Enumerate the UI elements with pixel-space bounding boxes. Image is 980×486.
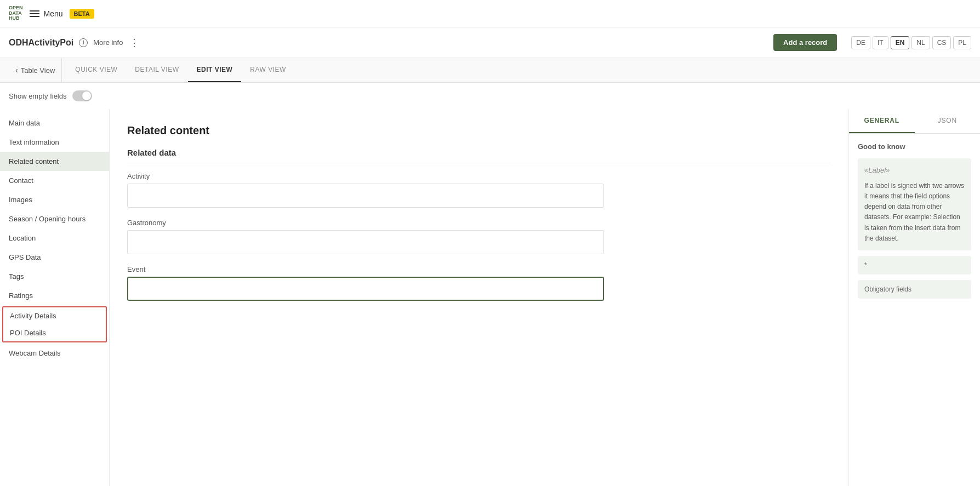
asterisk-box: * <box>858 256 971 275</box>
lang-cs[interactable]: CS <box>932 36 951 49</box>
sidebar-item-webcam-details[interactable]: Webcam Details <box>0 344 109 363</box>
label-tag: «Label» <box>864 165 965 176</box>
sidebar-item-season-opening[interactable]: Season / Opening hours <box>0 209 109 228</box>
lang-it[interactable]: IT <box>873 36 888 49</box>
right-panel: GENERAL JSON Good to know «Label» If a l… <box>848 109 980 486</box>
lang-pl[interactable]: PL <box>953 36 971 49</box>
field-group-activity: Activity <box>127 172 831 208</box>
lang-nl[interactable]: NL <box>911 36 930 49</box>
right-panel-tab-general[interactable]: GENERAL <box>849 109 915 133</box>
sidebar: Main data Text information Related conte… <box>0 109 110 486</box>
right-panel-content: Good to know «Label» If a label is signe… <box>849 134 980 307</box>
more-info-link[interactable]: More info <box>93 38 123 47</box>
page-title: ODHActivityPoi <box>9 38 73 48</box>
field-group-gastronomy: Gastronomy <box>127 219 831 254</box>
info-box-label: «Label» If a label is signed with two ar… <box>858 158 971 250</box>
info-text: If a label is signed with two arrows it … <box>864 182 964 242</box>
sidebar-item-related-content[interactable]: Related content <box>0 152 109 171</box>
field-label-event: Event <box>127 265 831 273</box>
menu-label: Menu <box>44 9 63 18</box>
lang-de[interactable]: DE <box>851 36 870 49</box>
field-input-gastronomy[interactable] <box>127 230 604 254</box>
info-icon[interactable]: i <box>79 38 88 47</box>
tab-raw-view[interactable]: RAW VIEW <box>241 58 295 82</box>
sub-header: ODHActivityPoi i More info ⋮ Add a recor… <box>0 27 980 58</box>
table-view-back[interactable]: ‹ Table View <box>9 58 62 82</box>
show-empty-toggle[interactable] <box>72 90 92 101</box>
tab-detail-view[interactable]: DETAIL VIEW <box>126 58 187 82</box>
section-title: Related content <box>127 124 831 137</box>
sub-section-title: Related data <box>127 148 831 163</box>
field-label-gastronomy: Gastronomy <box>127 219 831 227</box>
sidebar-item-text-information[interactable]: Text information <box>0 133 109 152</box>
language-buttons: DE IT EN NL CS PL <box>851 36 971 49</box>
table-view-label: Table View <box>21 66 55 75</box>
good-to-know-title: Good to know <box>858 142 971 151</box>
right-panel-tabs: GENERAL JSON <box>849 109 980 134</box>
sidebar-item-activity-details[interactable]: Activity Details <box>3 307 106 324</box>
field-label-activity: Activity <box>127 172 831 180</box>
header: OPEN DATA HUB Menu BETA <box>0 0 980 27</box>
asterisk-symbol: * <box>864 261 867 269</box>
toggle-knob <box>82 92 91 100</box>
logo-text-3: HUB <box>9 16 23 21</box>
sidebar-item-location[interactable]: Location <box>0 228 109 248</box>
field-input-event[interactable] <box>127 277 604 301</box>
lang-en[interactable]: EN <box>891 36 910 49</box>
field-group-event: Event <box>127 265 831 301</box>
right-panel-tab-json[interactable]: JSON <box>915 109 981 133</box>
back-arrow-icon: ‹ <box>15 66 18 75</box>
main-layout: Main data Text information Related conte… <box>0 109 980 486</box>
tab-edit-view[interactable]: EDIT VIEW <box>188 58 242 82</box>
hamburger-icon[interactable] <box>30 10 39 17</box>
sidebar-item-tags[interactable]: Tags <box>0 267 109 286</box>
more-options-icon[interactable]: ⋮ <box>129 37 139 49</box>
sidebar-item-ratings[interactable]: Ratings <box>0 286 109 305</box>
sidebar-item-main-data[interactable]: Main data <box>0 113 109 133</box>
content-area: Related content Related data Activity Ga… <box>110 109 848 486</box>
logo: OPEN DATA HUB <box>9 5 23 22</box>
sidebar-item-gps-data[interactable]: GPS Data <box>0 248 109 267</box>
obligatory-fields-box: Obligatory fields <box>858 280 971 299</box>
tabs-bar: ‹ Table View QUICK VIEW DETAIL VIEW EDIT… <box>0 58 980 83</box>
beta-badge: BETA <box>70 9 94 19</box>
tab-quick-view[interactable]: QUICK VIEW <box>66 58 126 82</box>
sidebar-item-poi-details[interactable]: POI Details <box>3 324 106 341</box>
sidebar-item-contact[interactable]: Contact <box>0 171 109 190</box>
field-input-activity[interactable] <box>127 184 604 208</box>
obligatory-fields-label: Obligatory fields <box>864 285 911 293</box>
add-record-button[interactable]: Add a record <box>773 34 837 51</box>
show-empty-label: Show empty fields <box>9 92 67 100</box>
sidebar-item-images[interactable]: Images <box>0 190 109 209</box>
show-empty-fields-row: Show empty fields <box>0 83 980 109</box>
